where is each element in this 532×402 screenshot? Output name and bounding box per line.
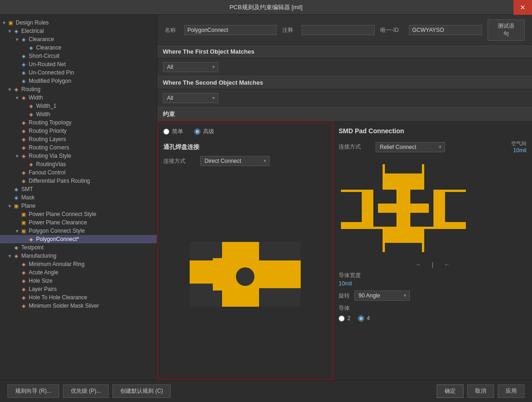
tree-label-un-connected-pin: Un-Connected Pin — [29, 69, 74, 76]
priority-button[interactable]: 优先级 (P)... — [63, 384, 109, 398]
tree-item-width-1[interactable]: ◈Width_1 — [0, 102, 157, 110]
tree-item-polygon-connect-style[interactable]: ▼▣Polygon Connect Style — [0, 227, 157, 235]
tree-icon-clearance: ◈ — [28, 45, 34, 51]
tree-item-design-rules[interactable]: ▼▣Design Rules — [0, 19, 157, 27]
cancel-button[interactable]: 取消 — [467, 384, 494, 398]
expand-arrow-polygon-connect-style: ▼ — [15, 229, 19, 234]
tree-item-acute-angle[interactable]: ◈Acute Angle — [0, 268, 157, 277]
tree-item-mask[interactable]: ◈Mask — [0, 193, 157, 202]
tree-item-plane[interactable]: ▼▣Plane — [0, 202, 157, 210]
tree-item-smt[interactable]: ◈SMT — [0, 185, 157, 193]
tree-label-power-plane-clearance: Power Plane Clearance — [29, 219, 87, 226]
rotation-dropdown-wrapper[interactable]: 90 Angle 45 Angle Any Angle — [354, 291, 410, 301]
advanced-radio[interactable] — [194, 129, 200, 135]
conductor-4-radio[interactable] — [358, 315, 364, 322]
tree-item-electrical[interactable]: ▼◈Electrical — [0, 27, 157, 35]
wizard-button[interactable]: 规则向导 (R)... — [7, 384, 59, 398]
svg-rect-4 — [259, 288, 301, 307]
simple-radio[interactable] — [163, 129, 169, 135]
test-button[interactable]: 测试语句 — [488, 19, 525, 41]
tree-item-clearance[interactable]: ◈Clearance — [0, 43, 157, 52]
smd-connection-dropdown[interactable]: Direct Connect Relief Connect No Connect — [376, 142, 445, 152]
expand-arrow-routing: ▼ — [7, 87, 12, 92]
tree-item-routing-corners[interactable]: ◈Routing Corners — [0, 143, 157, 152]
constraint-body: 简单 高级 通孔焊盘连接 连接方式 Direct Connect — [157, 122, 532, 380]
tree-label-polygon-connect: PolygonConnect* — [36, 236, 79, 242]
through-hole-connection-row: 连接方式 Direct Connect Relief Connect No Co… — [163, 156, 327, 166]
smd-pad-panel: SMD Pad Connection 连接方式 Direct Connect R… — [333, 122, 532, 380]
tree-item-testpoint[interactable]: ◈Testpoint — [0, 243, 157, 252]
svg-rect-11 — [341, 229, 383, 252]
mode-radio-row: 简单 高级 — [163, 128, 327, 136]
where-second-dropdown-wrapper[interactable]: All Net Net Class Layer — [163, 93, 218, 103]
tree-item-routing-priority[interactable]: ◈Routing Priority — [0, 127, 157, 135]
tree-item-routing-layers[interactable]: ◈Routing Layers — [0, 135, 157, 143]
where-first-dropdown[interactable]: All Net Net Class Layer — [163, 62, 218, 72]
tree-item-un-routed-net[interactable]: ◈Un-Routed Net — [0, 60, 157, 68]
tree-item-modified-polygon[interactable]: ◈Modified Polygon — [0, 77, 157, 85]
conductor-width-label: 导体宽度 — [339, 272, 526, 279]
smd-preview-svg — [339, 162, 468, 254]
tree-item-routing-topology[interactable]: ◈Routing Topology — [0, 118, 157, 127]
through-hole-connection-dropdown[interactable]: Direct Connect Relief Connect No Connect — [200, 156, 270, 166]
expand-arrow-electrical: ▼ — [7, 29, 12, 34]
name-input[interactable] — [184, 25, 277, 35]
expand-arrow-width-group: ▼ — [15, 95, 19, 100]
tree-item-short-circuit[interactable]: ◈Short-Circuit — [0, 52, 157, 60]
conductor-4-label[interactable]: 4 — [358, 315, 370, 322]
tree-item-differential-pairs[interactable]: ◈Differential Pairs Routing — [0, 177, 157, 185]
tree-label-power-plane-connect: Power Plane Connect Style — [29, 211, 96, 217]
tree-item-min-solder-mask[interactable]: ◈Minimum Solder Mask Sliver — [0, 302, 157, 310]
id-input[interactable] — [409, 25, 482, 35]
tree-item-routing[interactable]: ▼◈Routing — [0, 85, 157, 93]
tree-item-clearance-group[interactable]: ▼◈Clearance — [0, 35, 157, 43]
through-hole-dropdown-wrapper[interactable]: Direct Connect Relief Connect No Connect — [200, 156, 270, 166]
tree-item-fanout-control[interactable]: ◈Fanout Control — [0, 168, 157, 177]
tree-item-routing-vias[interactable]: ◈RoutingVias — [0, 160, 157, 168]
tree-label-layer-pairs: Layer Pairs — [29, 286, 57, 292]
tree-icon-routing-priority: ◈ — [20, 128, 27, 134]
tree-item-hole-size[interactable]: ◈Hole Size — [0, 277, 157, 285]
tree-item-min-annular-ring[interactable]: ◈Minimum Annular Ring — [0, 260, 157, 268]
tree-item-width[interactable]: ◈Width — [0, 110, 157, 118]
air-gap-label: 空气间 — [511, 140, 526, 147]
comment-input[interactable] — [302, 25, 375, 35]
tree-item-hole-to-hole[interactable]: ◈Hole To Hole Clearance — [0, 293, 157, 302]
tree-item-polygon-connect[interactable]: ◈PolygonConnect* — [0, 235, 157, 243]
apply-button[interactable]: 应用 — [498, 384, 525, 398]
tree-label-routing-vias: RoutingVias — [36, 161, 66, 167]
simple-label: 简单 — [172, 128, 183, 136]
svg-rect-3 — [259, 242, 301, 260]
tree-item-un-connected-pin[interactable]: ◈Un-Connected Pin — [0, 68, 157, 77]
tree-item-layer-pairs[interactable]: ◈Layer Pairs — [0, 285, 157, 293]
tree-icon-electrical: ◈ — [13, 28, 19, 34]
tree-item-power-plane-connect[interactable]: ▣Power Plane Connect Style — [0, 210, 157, 218]
conductor-2-radio[interactable] — [339, 315, 345, 322]
tree-item-width-group[interactable]: ▼◈Width — [0, 93, 157, 102]
rotation-label: 旋转 — [339, 292, 350, 300]
simple-radio-label[interactable]: 简单 — [163, 128, 183, 136]
air-gap-value: 10mil — [513, 147, 526, 154]
tree-item-routing-via-style[interactable]: ▼◈Routing Via Style — [0, 152, 157, 160]
expand-arrow-routing-via-style: ▼ — [15, 154, 19, 159]
tree-item-manufacturing[interactable]: ▼◈Manufacturing — [0, 252, 157, 260]
tree-item-power-plane-clearance[interactable]: ▣Power Plane Clearance — [0, 218, 157, 227]
expand-arrow-design-rules: ▼ — [2, 20, 6, 25]
tree-label-width-1: Width_1 — [36, 103, 56, 109]
tree-label-un-routed-net: Un-Routed Net — [29, 61, 66, 68]
create-default-button[interactable]: 创建默认规则 (C) — [112, 384, 171, 398]
through-hole-connection-label: 连接方式 — [163, 157, 196, 165]
where-first-dropdown-wrapper[interactable]: All Net Net Class Layer — [163, 62, 218, 72]
constraint-area: 约束 简单 高级 通孔焊 — [157, 107, 532, 380]
close-button[interactable]: ✕ — [513, 0, 532, 15]
advanced-radio-label[interactable]: 高级 — [194, 128, 214, 136]
tree-icon-mask: ◈ — [13, 195, 19, 201]
smd-connection-dropdown-wrapper[interactable]: Direct Connect Relief Connect No Connect — [376, 142, 445, 152]
conductor-2-label[interactable]: 2 — [339, 315, 351, 322]
ok-button[interactable]: 确定 — [437, 384, 464, 398]
tree-icon-width-group: ◈ — [20, 95, 27, 101]
rotation-dropdown[interactable]: 90 Angle 45 Angle Any Angle — [354, 291, 410, 301]
tree-label-fanout-control: Fanout Control — [29, 169, 65, 176]
where-second-dropdown[interactable]: All Net Net Class Layer — [163, 93, 218, 103]
tree-icon-manufacturing: ◈ — [13, 253, 19, 259]
